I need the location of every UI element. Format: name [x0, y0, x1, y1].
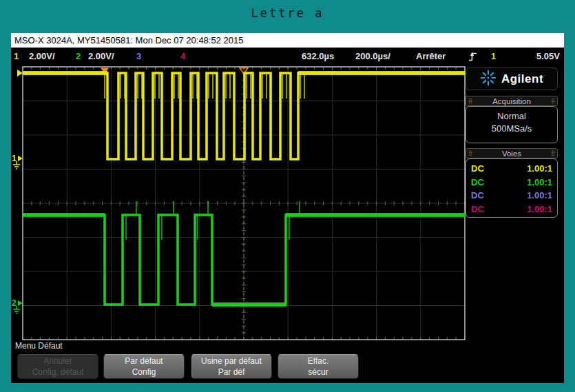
- voies-row-3: DC 1.00:1: [471, 189, 552, 203]
- softkey-usine-par-defaut[interactable]: Usine par défaut Par déf: [191, 354, 272, 379]
- acquisition-box: Normal 500MSa/s: [466, 106, 558, 143]
- acquisition-header[interactable]: ⣿ Acquisition ⣿: [466, 96, 558, 106]
- coupling-1: DC: [471, 162, 484, 176]
- voies-row-1: DC 1.00:1: [471, 162, 552, 176]
- grip-dots-icon: ⣿: [468, 99, 472, 104]
- acquisition-title: Acquisition: [492, 97, 531, 105]
- grip-dots-icon: ⣿: [468, 151, 472, 156]
- voies-row-2: DC 1.00:1: [471, 176, 552, 189]
- agilent-logo-icon: [480, 70, 496, 89]
- voies-row-4: DC 1.00:1: [471, 203, 552, 216]
- svg-text:2: 2: [12, 298, 17, 308]
- menu-label: Menu Défaut: [15, 341, 63, 351]
- brand-box: Agilent: [466, 68, 558, 90]
- softkey-effac-secur[interactable]: Effac. sécur: [278, 354, 359, 379]
- probe-2: 1.00:1: [527, 176, 552, 189]
- scope-screen: MSO-X 3024A, MY51450581: Mon Dec 07 20:4…: [11, 33, 564, 383]
- softkey-annuler-config[interactable]: Annuler Config. défaut: [17, 354, 98, 379]
- coupling-2: DC: [471, 176, 484, 189]
- page-title: Lettre a: [0, 6, 575, 20]
- acquisition-mode: Normal: [466, 110, 557, 123]
- brand-name: Agilent: [501, 72, 543, 86]
- grip-dots-icon: ⣿: [551, 151, 555, 156]
- coupling-3: DC: [471, 189, 484, 203]
- voies-header[interactable]: ⣿ Voies ⣿: [466, 148, 558, 158]
- voies-box: DC 1.00:1 DC 1.00:1 DC 1.00:1 DC 1.00:1: [466, 158, 558, 218]
- probe-3: 1.00:1: [527, 189, 552, 203]
- probe-1: 1.00:1: [527, 162, 552, 176]
- coupling-4: DC: [471, 203, 484, 216]
- probe-4: 1.00:1: [527, 203, 552, 216]
- screenshot-canvas: Lettre a MSO-X 3024A, MY51450581: Mon De…: [0, 0, 575, 392]
- grip-dots-icon: ⣿: [551, 99, 555, 104]
- voies-title: Voies: [502, 149, 521, 158]
- sample-rate: 500MSa/s: [466, 123, 557, 135]
- svg-text:1: 1: [12, 154, 17, 163]
- softkey-par-defaut-config[interactable]: Par défaut Config: [103, 354, 185, 379]
